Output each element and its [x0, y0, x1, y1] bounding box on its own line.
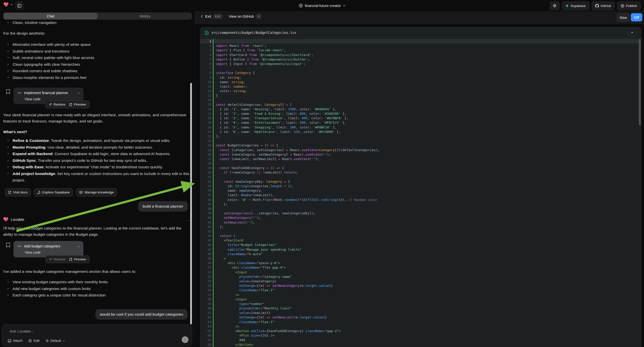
preview-button[interactable]: Preview — [69, 258, 86, 261]
view-on-github-button[interactable]: View on GitHub G — [229, 14, 262, 19]
code-line: 55 onChange={(e) => setNewCategory(e.tar… — [200, 284, 641, 288]
github-button[interactable]: GitHub — [592, 2, 615, 10]
supabase-button[interactable]: Supabase — [562, 2, 589, 10]
code-line: 21 { id: '6', name: 'Healthcare', limit:… — [200, 130, 641, 134]
tab-history[interactable]: History — [98, 12, 192, 20]
chat-scrollbar[interactable] — [190, 83, 192, 324]
line-number: 38 — [200, 206, 213, 211]
code-line: 49 > — [200, 256, 641, 261]
arrow-up-icon: ↑ — [184, 338, 186, 342]
attach-button[interactable]: Attach — [8, 339, 22, 342]
publish-button[interactable]: Publish — [617, 2, 640, 10]
code-line: 36 color: '#' + Math.floor(Math.random()… — [200, 198, 641, 202]
line-number: 28 — [200, 161, 213, 166]
line-number: 16 — [200, 107, 213, 112]
project-switcher[interactable]: financial-future-creator — [298, 0, 345, 11]
chevron-down-icon — [10, 4, 13, 6]
fold-chevron-icon[interactable]: ⌄ — [213, 71, 214, 75]
line-number: 24⌄ — [200, 143, 213, 148]
tab-chat[interactable]: Chat — [4, 13, 98, 20]
restore-icon: ↺ — [49, 102, 52, 106]
code-editor: 1 2import React from 'react';3import { P… — [200, 38, 641, 347]
external-link-icon — [69, 103, 72, 106]
project-title: financial-future-creator — [305, 4, 341, 8]
code-line: 23 — [200, 139, 641, 143]
raw-toggle-button[interactable]: Raw — [617, 13, 630, 22]
toggle-sidebar-button[interactable] — [16, 2, 24, 10]
file-path: src/components/budget/BudgetCategories.t… — [211, 30, 296, 34]
prompt-input[interactable]: Ask Lovable... — [10, 329, 34, 334]
lovable-logo[interactable] — [4, 2, 13, 7]
fold-chevron-icon[interactable]: ⌄ — [213, 180, 214, 184]
code-line: 16 { id: '1', name: 'Housing', limit: 15… — [200, 107, 641, 112]
file-added-icon — [205, 30, 208, 35]
restore-button[interactable]: ↺ Restore — [49, 102, 65, 106]
list-item: GitHub Sync: Transfer your project's cod… — [8, 157, 192, 164]
line-number: 44 — [200, 234, 213, 238]
code-line: 40 setNewCategory(''); — [200, 216, 641, 220]
added-features-list: View existing budget categories with the… — [8, 279, 108, 299]
line-number: 9 — [200, 76, 213, 80]
line-number: 50 — [200, 261, 213, 265]
line-number: 42 — [200, 225, 213, 229]
message-menu-button[interactable]: ... — [186, 217, 190, 222]
line-number: 47 — [200, 248, 213, 252]
version-card-add-budget-categories[interactable]: <> Add budget categories › View code — [14, 241, 84, 258]
fold-chevron-icon[interactable]: ⌄ — [213, 166, 214, 170]
bookmark-icon[interactable] — [6, 242, 10, 248]
restore-preview-pill: ↺ Restore Preview — [45, 100, 90, 108]
code-line: 13} — [200, 93, 641, 98]
explore-supabase-button[interactable]: Explore Supabase — [34, 188, 73, 196]
code-line: 1 — [200, 39, 641, 44]
prompt-input-card[interactable]: Ask Lovable... Attach Edit Default — [2, 324, 192, 346]
visit-docs-button[interactable]: Visit docs — [5, 188, 31, 196]
code-line: 65 <Button onClick={handleAddCategory} c… — [200, 329, 641, 333]
preview-button[interactable]: Preview — [69, 102, 86, 106]
fold-chevron-icon[interactable]: ⌄ — [213, 102, 214, 107]
esc-kbd: ESC — [213, 14, 222, 19]
send-button[interactable]: ↑ — [182, 336, 188, 343]
collapse-file-button[interactable] — [628, 29, 636, 36]
fold-chevron-icon[interactable]: ⌄ — [213, 143, 214, 148]
quick-actions-row: Visit docs Explore Supabase Manage knowl… — [5, 188, 117, 196]
view-code-link[interactable]: View code — [25, 250, 80, 254]
bookmark-icon[interactable] — [6, 89, 10, 94]
restore-icon: ↺ — [49, 258, 52, 261]
code-scrollbar[interactable] — [639, 39, 641, 125]
chevron-down-icon — [343, 5, 346, 6]
code-line: 28 — [200, 161, 641, 166]
code-line: 61 value={newLimit} — [200, 311, 641, 315]
list-item: Clean, intuitive navigation — [8, 20, 56, 26]
line-number: 49 — [200, 256, 213, 261]
line-number: 35 — [200, 193, 213, 198]
supabase-label: Supabase — [570, 4, 586, 8]
list-item: Rounded corners and subtle shadows — [8, 68, 94, 74]
code-line: 64 /> — [200, 324, 641, 329]
mode-select[interactable]: Default — [46, 339, 65, 342]
edit-button[interactable]: Edit — [28, 339, 39, 342]
line-number: 6 — [200, 62, 213, 66]
list-item: Refine & Customize: Tweak the design, an… — [8, 138, 192, 144]
restore-button[interactable]: ↺ Restore — [49, 258, 65, 261]
line-number: 31 — [200, 175, 213, 180]
github-icon — [595, 4, 599, 8]
line-number: 15⌄ — [200, 102, 213, 107]
line-number: 26 — [200, 152, 213, 157]
chat-bubble-icon — [37, 191, 40, 194]
line-number: 12 — [200, 89, 213, 93]
list-item: Soft, neutral color palette with light b… — [8, 54, 94, 61]
code-line: 58 <Input — [200, 297, 641, 302]
manage-knowledge-button[interactable]: Manage knowledge — [76, 188, 117, 196]
code-line: 63 className="flex-1" — [200, 320, 641, 324]
code-icon: <> — [18, 91, 22, 94]
exit-button[interactable]: Exit ESC — [201, 14, 222, 19]
line-number: 63 — [200, 320, 213, 324]
line-number: 4 — [200, 53, 213, 57]
code-line: 18 { id: '3', name: 'Transportation', li… — [200, 116, 641, 120]
settings-button[interactable]: ⚙ — [550, 2, 559, 10]
diff-toggle-button[interactable]: Diff — [631, 13, 642, 22]
line-number: 66 — [200, 333, 213, 338]
code-line: 7 — [200, 66, 641, 71]
assistant-paragraph: I've added a new budget categories manag… — [3, 268, 190, 275]
file-path-bar[interactable]: src/components/budget/BudgetCategories.t… — [200, 28, 641, 38]
